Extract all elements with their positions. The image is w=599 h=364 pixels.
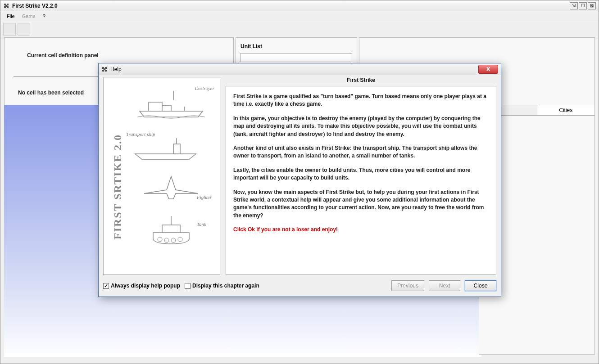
svg-point-2	[171, 238, 176, 243]
destroyer-label: Destroyer	[195, 85, 214, 91]
always-display-checkbox[interactable]	[103, 283, 109, 289]
dialog-close-button[interactable]: X	[478, 65, 498, 74]
fighter-label: Fighter	[197, 194, 212, 200]
always-display-label: Always display help popup	[111, 283, 180, 289]
previous-button: Previous	[391, 280, 424, 291]
display-again-checkbox-wrap[interactable]: Display this chapter again	[185, 283, 259, 289]
always-display-checkbox-wrap[interactable]: Always display help popup	[103, 283, 180, 289]
transport-sketch	[131, 136, 207, 163]
help-paragraph-2: In this game, your objective is to destr…	[233, 115, 489, 138]
display-again-label: Display this chapter again	[192, 283, 259, 289]
dialog-footer: Always display help popup Display this c…	[103, 279, 496, 293]
next-button: Next	[429, 280, 460, 291]
svg-point-3	[178, 237, 182, 242]
help-paragraph-3: Another kind of unit also exists in Firs…	[233, 144, 489, 160]
help-paragraph-4: Lastly, the cities enable the owner to b…	[233, 166, 489, 182]
dialog-overlay: Help X FIRST SRTIKE 2.0 Destroyer Transp…	[0, 0, 599, 364]
help-paragraph-1: First Strike is a game qualified as "tur…	[233, 93, 489, 108]
tank-sketch	[140, 212, 203, 248]
dialog-title: Help	[110, 66, 122, 72]
tank-label: Tank	[197, 221, 206, 227]
dialog-titlebar[interactable]: Help X	[99, 63, 501, 75]
destroyer-sketch	[135, 86, 212, 122]
display-again-checkbox[interactable]	[185, 283, 191, 289]
close-button[interactable]: Close	[465, 280, 496, 291]
sketch-title: FIRST SRTIKE 2.0	[112, 134, 124, 239]
help-dialog: Help X FIRST SRTIKE 2.0 Destroyer Transp…	[98, 63, 501, 297]
dialog-body: FIRST SRTIKE 2.0 Destroyer Transport shi…	[103, 77, 496, 275]
help-illustration: FIRST SRTIKE 2.0 Destroyer Transport shi…	[103, 77, 220, 275]
help-heading: First Strike	[226, 77, 496, 86]
help-paragraph-5: Now, you know the main aspects of First …	[233, 189, 489, 220]
fighter-sketch	[135, 172, 207, 203]
help-content: First Strike First Strike is a game qual…	[226, 77, 496, 275]
help-paragraph-cta: Click Ok if you are not a loser and enjo…	[233, 226, 489, 234]
dialog-icon	[101, 66, 108, 72]
svg-point-1	[164, 238, 169, 243]
help-text-box: First Strike is a game qualified as "tur…	[226, 86, 496, 275]
svg-point-0	[158, 237, 162, 242]
transport-label: Transport ship	[126, 131, 155, 137]
